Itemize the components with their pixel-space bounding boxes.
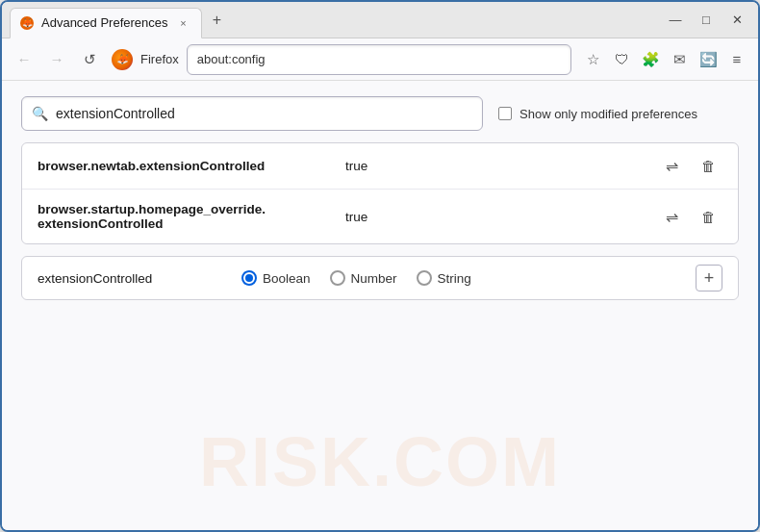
radio-number[interactable]: Number: [330, 270, 397, 286]
close-button[interactable]: ✕: [723, 7, 750, 34]
shield-icon[interactable]: 🛡: [608, 46, 635, 73]
checkbox-label: Show only modified preferences: [519, 107, 697, 121]
firefox-label: Firefox: [140, 52, 179, 66]
add-preference-button[interactable]: +: [696, 265, 722, 291]
radio-string[interactable]: String: [417, 270, 471, 286]
active-tab[interactable]: 🦊 Advanced Preferences ×: [10, 8, 202, 38]
radio-string-circle: [417, 270, 432, 286]
table-row[interactable]: browser.newtab.extensionControlled true …: [22, 143, 738, 190]
transfer-icon: ⇌: [666, 157, 678, 175]
forward-button[interactable]: →: [42, 45, 71, 74]
pref-name-2-line2: extensionControlled: [38, 216, 345, 231]
search-input-value: extensionControlled: [56, 106, 472, 121]
search-icon: 🔍: [32, 106, 48, 121]
address-bar[interactable]: about:config: [187, 44, 571, 75]
firefox-logo: 🦊: [112, 49, 133, 70]
modified-checkbox[interactable]: [498, 107, 512, 120]
bookmark-icon[interactable]: ☆: [579, 46, 606, 73]
navigation-bar: ← → ↺ 🦊 Firefox about:config ☆ 🛡 🧩 ✉ 🔄 ≡: [2, 38, 758, 81]
menu-icon[interactable]: ≡: [723, 46, 750, 73]
trash-icon-2: 🗑: [701, 209, 716, 225]
radio-boolean-circle: [241, 270, 257, 286]
addon-icon[interactable]: 🧩: [637, 46, 664, 73]
pref-name-1: browser.newtab.extensionControlled: [38, 159, 345, 173]
reload-button[interactable]: ↺: [75, 45, 104, 74]
new-pref-name: extensionControlled: [38, 271, 230, 286]
pref-value-1: true: [345, 159, 657, 173]
radio-group: Boolean Number String: [241, 270, 471, 286]
pref-name-2-container: browser.startup.homepage_override. exten…: [38, 202, 345, 231]
row-actions-1: ⇌ 🗑: [657, 152, 722, 181]
transfer-icon-2: ⇌: [666, 208, 678, 226]
row-actions-2: ⇌ 🗑: [657, 202, 722, 231]
main-content: RISK.COM 🔍 extensionControlled Show only…: [2, 81, 758, 530]
pref-value-2: true: [345, 210, 657, 224]
toggle-button-2[interactable]: ⇌: [657, 202, 686, 231]
delete-button-1[interactable]: 🗑: [694, 152, 722, 181]
radio-number-circle: [330, 270, 345, 286]
radio-number-label: Number: [351, 271, 397, 286]
radio-boolean[interactable]: Boolean: [241, 270, 311, 286]
title-bar: 🦊 Advanced Preferences × + — □ ✕: [2, 2, 758, 38]
mail-icon[interactable]: ✉: [666, 46, 693, 73]
search-row: 🔍 extensionControlled Show only modified…: [21, 96, 739, 131]
sync-icon[interactable]: 🔄: [695, 46, 722, 73]
tab-close-button[interactable]: ×: [176, 15, 191, 31]
watermark: RISK.COM: [199, 422, 561, 501]
delete-button-2[interactable]: 🗑: [694, 202, 722, 231]
radio-string-label: String: [438, 271, 471, 286]
tab-favicon: 🦊: [20, 16, 34, 30]
maximize-button[interactable]: □: [693, 7, 720, 34]
new-tab-button[interactable]: +: [206, 9, 229, 32]
browser-window: 🦊 Advanced Preferences × + — □ ✕ ← → ↺ 🦊…: [0, 0, 760, 532]
radio-boolean-label: Boolean: [263, 271, 311, 286]
add-preference-row: extensionControlled Boolean Number Strin…: [21, 256, 739, 300]
trash-icon: 🗑: [701, 158, 716, 174]
address-text: about:config: [197, 52, 266, 66]
table-row[interactable]: browser.startup.homepage_override. exten…: [22, 190, 738, 243]
pref-name-2-line1: browser.startup.homepage_override.: [38, 202, 345, 216]
toggle-button-1[interactable]: ⇌: [657, 152, 686, 181]
tab-title: Advanced Preferences: [41, 15, 168, 30]
search-box[interactable]: 🔍 extensionControlled: [21, 96, 483, 131]
results-table: browser.newtab.extensionControlled true …: [21, 142, 739, 244]
checkbox-area[interactable]: Show only modified preferences: [498, 107, 697, 121]
tab-container: 🦊 Advanced Preferences × +: [10, 2, 654, 38]
minimize-button[interactable]: —: [662, 7, 689, 34]
window-controls: — □ ✕: [662, 7, 750, 34]
nav-icons-right: ☆ 🛡 🧩 ✉ 🔄 ≡: [579, 46, 750, 73]
back-button[interactable]: ←: [10, 45, 38, 74]
